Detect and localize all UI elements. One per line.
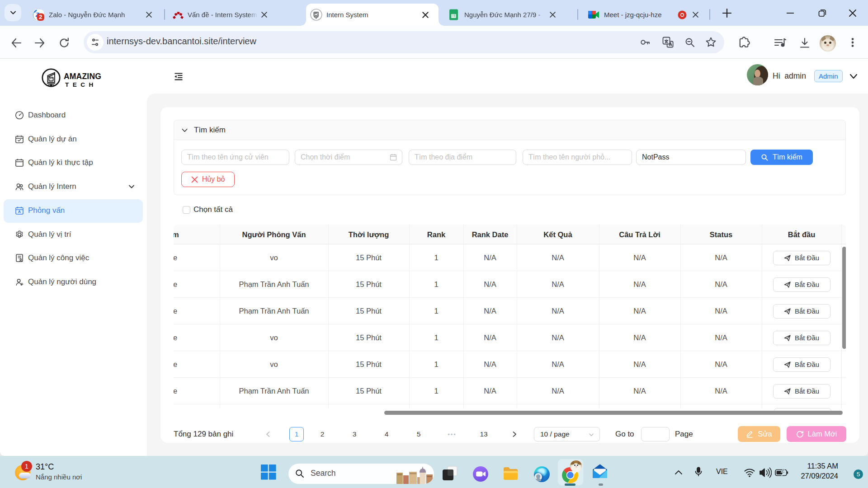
svg-text:2: 2 — [39, 14, 42, 20]
